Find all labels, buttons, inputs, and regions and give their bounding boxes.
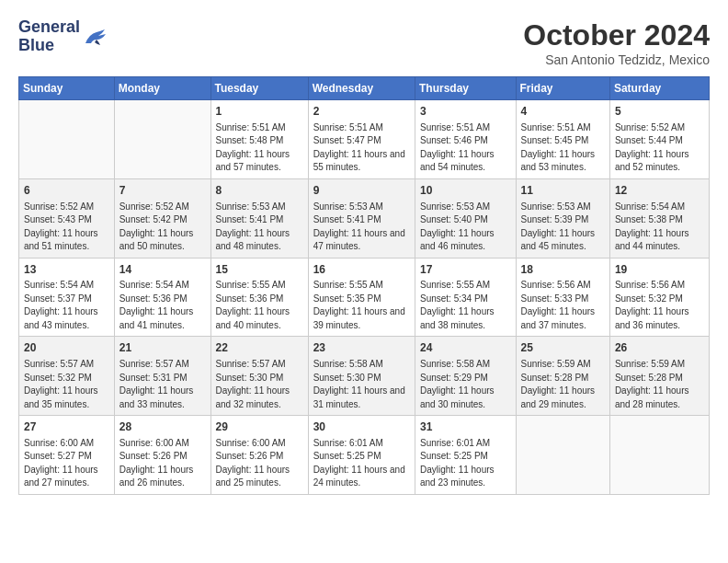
calendar-cell: 12 Sunrise: 5:54 AMSunset: 5:38 PMDaylig… [609, 178, 709, 258]
day-number: 29 [216, 419, 303, 435]
day-number: 30 [313, 419, 410, 435]
calendar-cell: 4 Sunrise: 5:51 AMSunset: 5:45 PMDayligh… [516, 100, 609, 179]
header-day-friday: Friday [516, 77, 609, 100]
week-row-4: 20 Sunrise: 5:57 AMSunset: 5:32 PMDaylig… [19, 337, 710, 416]
page-header: General Blue October 2024 San Antonio Te… [18, 18, 710, 67]
calendar-cell: 27 Sunrise: 6:00 AMSunset: 5:27 PMDaylig… [19, 416, 115, 495]
location: San Antonio Tedzidz, Mexico [523, 52, 710, 67]
calendar-cell: 2 Sunrise: 5:51 AMSunset: 5:47 PMDayligh… [308, 100, 415, 179]
header-day-wednesday: Wednesday [308, 77, 415, 100]
calendar-cell: 5 Sunrise: 5:52 AMSunset: 5:44 PMDayligh… [609, 100, 709, 179]
cell-info: Sunrise: 5:59 AMSunset: 5:28 PMDaylight:… [521, 358, 605, 411]
day-number: 4 [521, 104, 605, 120]
cell-info: Sunrise: 5:53 AMSunset: 5:41 PMDaylight:… [313, 201, 410, 254]
header-day-tuesday: Tuesday [210, 77, 308, 100]
week-row-1: 1 Sunrise: 5:51 AMSunset: 5:48 PMDayligh… [19, 100, 710, 179]
day-number: 27 [24, 419, 109, 435]
calendar-cell: 18 Sunrise: 5:56 AMSunset: 5:33 PMDaylig… [516, 258, 609, 337]
calendar-cell: 9 Sunrise: 5:53 AMSunset: 5:41 PMDayligh… [308, 178, 415, 258]
calendar-cell: 8 Sunrise: 5:53 AMSunset: 5:41 PMDayligh… [210, 178, 308, 258]
calendar-cell: 7 Sunrise: 5:52 AMSunset: 5:42 PMDayligh… [114, 178, 210, 258]
day-number: 18 [521, 262, 605, 278]
calendar-cell: 20 Sunrise: 5:57 AMSunset: 5:32 PMDaylig… [19, 337, 115, 416]
day-number: 13 [24, 262, 109, 278]
day-number: 16 [313, 262, 410, 278]
day-number: 25 [521, 340, 605, 356]
day-number: 6 [24, 183, 109, 199]
calendar-cell: 14 Sunrise: 5:54 AMSunset: 5:36 PMDaylig… [114, 258, 210, 337]
title-block: October 2024 San Antonio Tedzidz, Mexico [523, 18, 710, 67]
day-number: 22 [216, 340, 303, 356]
calendar-cell: 21 Sunrise: 5:57 AMSunset: 5:31 PMDaylig… [114, 337, 210, 416]
cell-info: Sunrise: 5:57 AMSunset: 5:30 PMDaylight:… [216, 358, 303, 411]
cell-info: Sunrise: 5:52 AMSunset: 5:42 PMDaylight:… [119, 201, 206, 254]
logo: General Blue [18, 18, 108, 55]
day-number: 19 [615, 262, 704, 278]
calendar-cell: 23 Sunrise: 5:58 AMSunset: 5:30 PMDaylig… [308, 337, 415, 416]
cell-info: Sunrise: 5:57 AMSunset: 5:31 PMDaylight:… [119, 358, 206, 411]
cell-info: Sunrise: 6:00 AMSunset: 5:26 PMDaylight:… [119, 437, 206, 490]
day-number: 8 [216, 183, 303, 199]
day-number: 21 [119, 340, 206, 356]
header-day-monday: Monday [114, 77, 210, 100]
day-number: 15 [216, 262, 303, 278]
day-number: 31 [420, 419, 511, 435]
cell-info: Sunrise: 6:01 AMSunset: 5:25 PMDaylight:… [313, 437, 410, 490]
cell-info: Sunrise: 5:58 AMSunset: 5:29 PMDaylight:… [420, 358, 511, 411]
day-number: 28 [119, 419, 206, 435]
cell-info: Sunrise: 5:51 AMSunset: 5:46 PMDaylight:… [420, 121, 511, 175]
month-title: October 2024 [523, 18, 710, 52]
day-number: 10 [420, 183, 511, 199]
cell-info: Sunrise: 5:53 AMSunset: 5:40 PMDaylight:… [420, 201, 511, 254]
logo-bird-icon [82, 27, 108, 47]
cell-info: Sunrise: 6:00 AMSunset: 5:26 PMDaylight:… [216, 437, 303, 490]
calendar-cell [19, 100, 115, 179]
day-number: 17 [420, 262, 511, 278]
calendar-cell: 26 Sunrise: 5:59 AMSunset: 5:28 PMDaylig… [609, 337, 709, 416]
day-number: 2 [313, 104, 410, 120]
calendar-cell: 28 Sunrise: 6:00 AMSunset: 5:26 PMDaylig… [114, 416, 210, 495]
calendar-cell: 11 Sunrise: 5:53 AMSunset: 5:39 PMDaylig… [516, 178, 609, 258]
cell-info: Sunrise: 5:56 AMSunset: 5:32 PMDaylight:… [615, 279, 704, 332]
day-number: 11 [521, 183, 605, 199]
calendar-cell: 29 Sunrise: 6:00 AMSunset: 5:26 PMDaylig… [210, 416, 308, 495]
calendar-cell: 30 Sunrise: 6:01 AMSunset: 5:25 PMDaylig… [308, 416, 415, 495]
day-number: 9 [313, 183, 410, 199]
calendar-cell: 3 Sunrise: 5:51 AMSunset: 5:46 PMDayligh… [415, 100, 516, 179]
calendar-cell: 6 Sunrise: 5:52 AMSunset: 5:43 PMDayligh… [19, 178, 115, 258]
logo-text: General Blue [18, 18, 80, 55]
cell-info: Sunrise: 5:57 AMSunset: 5:32 PMDaylight:… [24, 358, 109, 411]
cell-info: Sunrise: 5:55 AMSunset: 5:35 PMDaylight:… [313, 279, 410, 332]
calendar-cell: 19 Sunrise: 5:56 AMSunset: 5:32 PMDaylig… [609, 258, 709, 337]
calendar-cell: 31 Sunrise: 6:01 AMSunset: 5:25 PMDaylig… [415, 416, 516, 495]
calendar-cell: 1 Sunrise: 5:51 AMSunset: 5:48 PMDayligh… [210, 100, 308, 179]
day-number: 24 [420, 340, 511, 356]
calendar-cell: 10 Sunrise: 5:53 AMSunset: 5:40 PMDaylig… [415, 178, 516, 258]
day-number: 14 [119, 262, 206, 278]
cell-info: Sunrise: 5:53 AMSunset: 5:39 PMDaylight:… [521, 201, 605, 254]
calendar-cell: 25 Sunrise: 5:59 AMSunset: 5:28 PMDaylig… [516, 337, 609, 416]
calendar-cell: 15 Sunrise: 5:55 AMSunset: 5:36 PMDaylig… [210, 258, 308, 337]
day-number: 3 [420, 104, 511, 120]
day-number: 12 [615, 183, 704, 199]
cell-info: Sunrise: 5:54 AMSunset: 5:36 PMDaylight:… [119, 279, 206, 332]
day-number: 23 [313, 340, 410, 356]
calendar-cell [609, 416, 709, 495]
week-row-3: 13 Sunrise: 5:54 AMSunset: 5:37 PMDaylig… [19, 258, 710, 337]
cell-info: Sunrise: 5:51 AMSunset: 5:47 PMDaylight:… [313, 121, 410, 175]
day-number: 26 [615, 340, 704, 356]
cell-info: Sunrise: 5:56 AMSunset: 5:33 PMDaylight:… [521, 279, 605, 332]
calendar-cell: 24 Sunrise: 5:58 AMSunset: 5:29 PMDaylig… [415, 337, 516, 416]
header-day-thursday: Thursday [415, 77, 516, 100]
cell-info: Sunrise: 5:51 AMSunset: 5:45 PMDaylight:… [521, 121, 605, 175]
cell-info: Sunrise: 5:52 AMSunset: 5:44 PMDaylight:… [615, 121, 704, 175]
calendar-table: SundayMondayTuesdayWednesdayThursdayFrid… [18, 76, 710, 495]
cell-info: Sunrise: 5:52 AMSunset: 5:43 PMDaylight:… [24, 201, 109, 254]
cell-info: Sunrise: 5:51 AMSunset: 5:48 PMDaylight:… [216, 121, 303, 175]
week-row-5: 27 Sunrise: 6:00 AMSunset: 5:27 PMDaylig… [19, 416, 710, 495]
calendar-cell [516, 416, 609, 495]
cell-info: Sunrise: 6:01 AMSunset: 5:25 PMDaylight:… [420, 437, 511, 490]
cell-info: Sunrise: 5:55 AMSunset: 5:34 PMDaylight:… [420, 279, 511, 332]
cell-info: Sunrise: 5:58 AMSunset: 5:30 PMDaylight:… [313, 358, 410, 411]
cell-info: Sunrise: 5:59 AMSunset: 5:28 PMDaylight:… [615, 358, 704, 411]
